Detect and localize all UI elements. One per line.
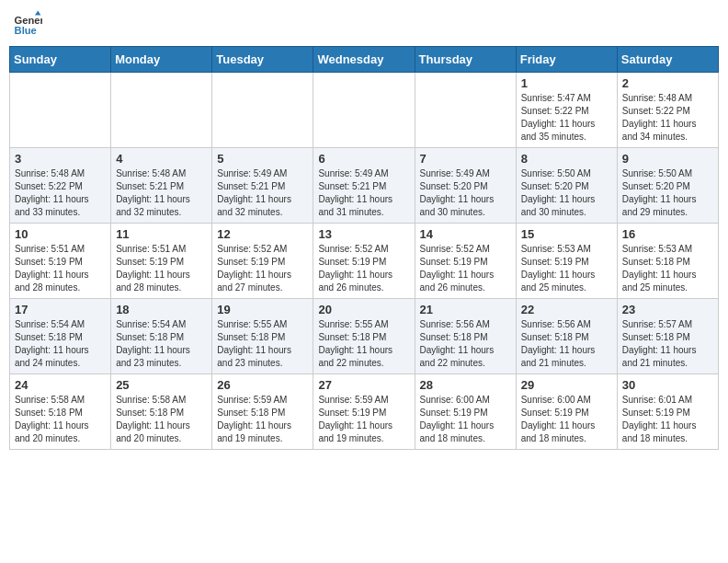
calendar-cell: 16Sunrise: 5:53 AM Sunset: 5:18 PM Dayli… [617, 224, 718, 299]
calendar-cell: 10Sunrise: 5:51 AM Sunset: 5:19 PM Dayli… [10, 224, 111, 299]
day-number: 25 [116, 378, 207, 392]
weekday-header: Wednesday [313, 47, 415, 73]
calendar-cell: 11Sunrise: 5:51 AM Sunset: 5:19 PM Dayli… [111, 224, 212, 299]
day-number: 18 [116, 303, 207, 316]
day-number: 28 [420, 378, 511, 392]
day-info: Sunrise: 5:49 AM Sunset: 5:21 PM Dayligh… [318, 167, 409, 219]
calendar-cell: 4Sunrise: 5:48 AM Sunset: 5:21 PM Daylig… [111, 148, 212, 224]
logo: General Blue [13, 9, 48, 39]
calendar-cell: 27Sunrise: 5:59 AM Sunset: 5:19 PM Dayli… [313, 374, 415, 450]
day-info: Sunrise: 5:49 AM Sunset: 5:21 PM Dayligh… [217, 167, 308, 219]
calendar-cell: 26Sunrise: 5:59 AM Sunset: 5:18 PM Dayli… [212, 374, 313, 450]
calendar-cell: 15Sunrise: 5:53 AM Sunset: 5:19 PM Dayli… [516, 224, 617, 299]
calendar-cell: 29Sunrise: 6:00 AM Sunset: 5:19 PM Dayli… [516, 374, 617, 450]
day-number: 12 [217, 227, 308, 241]
calendar-cell: 28Sunrise: 6:00 AM Sunset: 5:19 PM Dayli… [415, 374, 516, 450]
day-number: 30 [622, 378, 713, 392]
day-info: Sunrise: 5:58 AM Sunset: 5:18 PM Dayligh… [15, 394, 106, 445]
calendar-cell: 13Sunrise: 5:52 AM Sunset: 5:19 PM Dayli… [313, 224, 415, 299]
day-info: Sunrise: 5:48 AM Sunset: 5:22 PM Dayligh… [622, 92, 713, 144]
day-number: 7 [420, 152, 511, 166]
calendar-cell: 24Sunrise: 5:58 AM Sunset: 5:18 PM Dayli… [10, 374, 111, 450]
day-info: Sunrise: 5:59 AM Sunset: 5:18 PM Dayligh… [217, 394, 308, 445]
svg-text:General: General [15, 15, 42, 26]
day-info: Sunrise: 5:58 AM Sunset: 5:18 PM Dayligh… [116, 394, 207, 445]
calendar-cell: 23Sunrise: 5:57 AM Sunset: 5:18 PM Dayli… [617, 299, 718, 374]
page-header: General Blue [9, 9, 719, 39]
day-info: Sunrise: 5:52 AM Sunset: 5:19 PM Dayligh… [420, 243, 511, 294]
weekday-header: Sunday [10, 47, 111, 73]
day-info: Sunrise: 5:55 AM Sunset: 5:18 PM Dayligh… [217, 318, 308, 370]
calendar-cell: 1Sunrise: 5:47 AM Sunset: 5:22 PM Daylig… [516, 73, 617, 148]
day-number: 9 [622, 152, 713, 166]
day-number: 10 [15, 227, 106, 241]
day-number: 21 [420, 303, 511, 316]
day-info: Sunrise: 5:52 AM Sunset: 5:19 PM Dayligh… [318, 243, 409, 294]
day-number: 26 [217, 378, 308, 392]
calendar-week-row: 10Sunrise: 5:51 AM Sunset: 5:19 PM Dayli… [10, 224, 719, 299]
day-info: Sunrise: 6:01 AM Sunset: 5:19 PM Dayligh… [622, 394, 713, 445]
day-info: Sunrise: 5:53 AM Sunset: 5:19 PM Dayligh… [521, 243, 612, 294]
day-number: 11 [116, 227, 207, 241]
calendar-cell: 25Sunrise: 5:58 AM Sunset: 5:18 PM Dayli… [111, 374, 212, 450]
day-info: Sunrise: 6:00 AM Sunset: 5:19 PM Dayligh… [420, 394, 511, 445]
calendar-cell: 18Sunrise: 5:54 AM Sunset: 5:18 PM Dayli… [111, 299, 212, 374]
day-number: 1 [521, 76, 612, 90]
logo-icon: General Blue [13, 9, 42, 39]
calendar-cell [212, 73, 313, 148]
day-info: Sunrise: 5:48 AM Sunset: 5:22 PM Dayligh… [15, 167, 106, 219]
day-number: 14 [420, 227, 511, 241]
calendar-cell: 3Sunrise: 5:48 AM Sunset: 5:22 PM Daylig… [10, 148, 111, 224]
calendar-table: SundayMondayTuesdayWednesdayThursdayFrid… [9, 46, 719, 450]
day-info: Sunrise: 5:56 AM Sunset: 5:18 PM Dayligh… [420, 318, 511, 370]
day-info: Sunrise: 5:59 AM Sunset: 5:19 PM Dayligh… [318, 394, 409, 445]
calendar-cell: 2Sunrise: 5:48 AM Sunset: 5:22 PM Daylig… [617, 73, 718, 148]
calendar-cell: 6Sunrise: 5:49 AM Sunset: 5:21 PM Daylig… [313, 148, 415, 224]
day-number: 17 [15, 303, 106, 316]
calendar-cell: 19Sunrise: 5:55 AM Sunset: 5:18 PM Dayli… [212, 299, 313, 374]
day-number: 3 [15, 152, 106, 166]
weekday-header: Saturday [617, 47, 718, 73]
calendar-cell: 9Sunrise: 5:50 AM Sunset: 5:20 PM Daylig… [617, 148, 718, 224]
day-number: 13 [318, 227, 409, 241]
day-number: 22 [521, 303, 612, 316]
day-number: 16 [622, 227, 713, 241]
day-info: Sunrise: 5:47 AM Sunset: 5:22 PM Dayligh… [521, 92, 612, 144]
calendar-cell [10, 73, 111, 148]
calendar-cell: 21Sunrise: 5:56 AM Sunset: 5:18 PM Dayli… [415, 299, 516, 374]
day-number: 23 [622, 303, 713, 316]
day-info: Sunrise: 6:00 AM Sunset: 5:19 PM Dayligh… [521, 394, 612, 445]
weekday-header: Monday [111, 47, 212, 73]
day-info: Sunrise: 5:53 AM Sunset: 5:18 PM Dayligh… [622, 243, 713, 294]
calendar-cell: 8Sunrise: 5:50 AM Sunset: 5:20 PM Daylig… [516, 148, 617, 224]
calendar-week-row: 3Sunrise: 5:48 AM Sunset: 5:22 PM Daylig… [10, 148, 719, 224]
calendar-cell [415, 73, 516, 148]
day-number: 6 [318, 152, 409, 166]
day-info: Sunrise: 5:57 AM Sunset: 5:18 PM Dayligh… [622, 318, 713, 370]
weekday-header: Friday [516, 47, 617, 73]
calendar-week-row: 17Sunrise: 5:54 AM Sunset: 5:18 PM Dayli… [10, 299, 719, 374]
day-info: Sunrise: 5:52 AM Sunset: 5:19 PM Dayligh… [217, 243, 308, 294]
calendar-cell: 17Sunrise: 5:54 AM Sunset: 5:18 PM Dayli… [10, 299, 111, 374]
day-info: Sunrise: 5:54 AM Sunset: 5:18 PM Dayligh… [116, 318, 207, 370]
day-info: Sunrise: 5:50 AM Sunset: 5:20 PM Dayligh… [521, 167, 612, 219]
svg-text:Blue: Blue [15, 25, 37, 36]
day-number: 27 [318, 378, 409, 392]
weekday-header: Thursday [415, 47, 516, 73]
day-number: 2 [622, 76, 713, 90]
day-info: Sunrise: 5:49 AM Sunset: 5:20 PM Dayligh… [420, 167, 511, 219]
day-number: 19 [217, 303, 308, 316]
day-number: 20 [318, 303, 409, 316]
calendar-cell: 30Sunrise: 6:01 AM Sunset: 5:19 PM Dayli… [617, 374, 718, 450]
calendar-cell [313, 73, 415, 148]
day-info: Sunrise: 5:56 AM Sunset: 5:18 PM Dayligh… [521, 318, 612, 370]
day-number: 4 [116, 152, 207, 166]
weekday-header-row: SundayMondayTuesdayWednesdayThursdayFrid… [10, 47, 719, 73]
day-number: 8 [521, 152, 612, 166]
day-info: Sunrise: 5:51 AM Sunset: 5:19 PM Dayligh… [15, 243, 106, 294]
calendar-cell [111, 73, 212, 148]
day-info: Sunrise: 5:50 AM Sunset: 5:20 PM Dayligh… [622, 167, 713, 219]
calendar-cell: 12Sunrise: 5:52 AM Sunset: 5:19 PM Dayli… [212, 224, 313, 299]
day-info: Sunrise: 5:54 AM Sunset: 5:18 PM Dayligh… [15, 318, 106, 370]
calendar-cell: 7Sunrise: 5:49 AM Sunset: 5:20 PM Daylig… [415, 148, 516, 224]
